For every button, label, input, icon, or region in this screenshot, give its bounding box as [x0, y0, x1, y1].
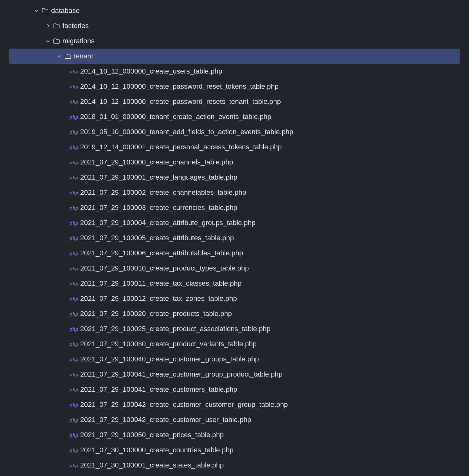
file-item[interactable]: php2021_07_29_100050_create_prices_table…	[9, 427, 460, 443]
file-label: 2014_10_12_100000_create_password_resets…	[80, 98, 281, 106]
php-file-icon: php	[68, 387, 78, 392]
folder-icon	[64, 53, 71, 60]
php-file-icon: php	[68, 205, 78, 211]
file-label: 2021_07_29_100010_create_product_types_t…	[80, 264, 249, 272]
php-file-icon: php	[68, 463, 78, 468]
file-item[interactable]: php2019_12_14_000001_create_personal_acc…	[9, 140, 460, 155]
file-label: 2021_07_29_100020_create_products_table.…	[80, 310, 232, 318]
file-item[interactable]: php2021_07_29_100003_create_currencies_t…	[9, 200, 460, 215]
php-file-icon: php	[68, 326, 78, 332]
php-file-icon: php	[68, 296, 78, 301]
file-label: 2021_07_29_100001_create_languages_table…	[80, 173, 237, 181]
file-label: 2021_07_29_100006_create_attributables_t…	[80, 249, 243, 257]
file-label: 2021_07_29_100041_create_customer_group_…	[80, 370, 282, 378]
php-file-icon: php	[68, 281, 78, 286]
file-item[interactable]: php2021_07_29_100030_create_product_vari…	[9, 336, 460, 352]
chevron-down-icon	[56, 54, 62, 58]
file-label: 2021_07_29_100042_create_customer_user_t…	[80, 416, 251, 424]
folder-icon	[42, 7, 49, 14]
php-file-icon: php	[68, 432, 78, 438]
file-label: 2021_07_29_100025_create_product_associa…	[80, 325, 270, 333]
file-label: 2021_07_30_100001_create_states_table.ph…	[80, 461, 224, 469]
file-item[interactable]: php2019_05_10_000000_tenant_add_fields_t…	[9, 124, 460, 140]
php-file-icon: php	[68, 99, 78, 104]
file-item[interactable]: php2021_07_30_100001_create_states_table…	[9, 458, 460, 473]
chevron-down-icon	[33, 9, 40, 13]
file-label: 2021_07_29_100005_create_attributes_tabl…	[80, 234, 234, 242]
file-item[interactable]: php2021_07_29_100004_create_attribute_gr…	[9, 215, 460, 230]
file-item[interactable]: php2021_07_29_100010_create_product_type…	[9, 261, 460, 276]
file-label: 2021_07_29_100040_create_customer_groups…	[80, 355, 259, 363]
php-file-icon: php	[68, 448, 78, 453]
php-file-icon: php	[68, 372, 78, 377]
php-file-icon: php	[68, 84, 78, 89]
folder-label: migrations	[62, 37, 94, 45]
file-label: 2021_07_29_100012_create_tax_zones_table…	[80, 295, 237, 303]
file-label: 2021_07_29_100002_create_channelables_ta…	[80, 188, 246, 197]
php-file-icon: php	[68, 417, 78, 423]
folder-label: database	[51, 7, 80, 15]
file-item[interactable]: php2021_07_29_100042_create_customer_use…	[9, 412, 460, 427]
file-item[interactable]: php2021_07_29_100005_create_attributes_t…	[9, 230, 460, 246]
file-item[interactable]: php2014_10_12_000000_create_users_table.…	[9, 64, 460, 79]
file-item[interactable]: php2021_07_29_100040_create_customer_gro…	[9, 352, 460, 367]
file-item[interactable]: php2014_10_12_100000_create_password_res…	[9, 94, 460, 109]
file-label: 2021_07_29_100003_create_currencies_tabl…	[80, 204, 237, 212]
folder-tenant[interactable]: tenant	[9, 49, 460, 64]
file-item[interactable]: php2021_07_29_100020_create_products_tab…	[9, 306, 460, 321]
chevron-down-icon	[45, 39, 51, 43]
file-item[interactable]: php2021_07_29_100000_create_channels_tab…	[9, 155, 460, 170]
php-file-icon: php	[68, 190, 78, 195]
folder-migrations[interactable]: migrations	[9, 33, 460, 49]
php-file-icon: php	[68, 114, 78, 120]
file-label: 2021_07_29_100004_create_attribute_group…	[80, 219, 255, 227]
file-item[interactable]: php2021_07_29_100042_create_customer_cus…	[9, 397, 460, 412]
file-item[interactable]: php2021_07_30_100000_create_countries_ta…	[9, 443, 460, 458]
file-item[interactable]: php2021_07_29_100041_create_customers_ta…	[9, 382, 460, 397]
folder-icon	[53, 38, 60, 45]
php-file-icon: php	[68, 69, 78, 74]
file-label: 2019_12_14_000001_create_personal_access…	[80, 143, 282, 151]
chevron-right-icon	[45, 24, 51, 28]
php-file-icon: php	[68, 357, 78, 362]
php-file-icon: php	[68, 129, 78, 135]
php-file-icon: php	[68, 220, 78, 226]
file-label: 2021_07_29_100030_create_product_variant…	[80, 340, 257, 348]
file-item[interactable]: php2021_07_29_100002_create_channelables…	[9, 185, 460, 200]
file-label: 2014_10_12_000000_create_users_table.php	[80, 67, 222, 75]
tenant-files-list: php2014_10_12_000000_create_users_table.…	[0, 64, 469, 473]
folder-factories[interactable]: factories	[9, 18, 460, 33]
file-label: 2021_07_29_100011_create_tax_classes_tab…	[80, 279, 241, 288]
folder-label: factories	[62, 22, 89, 30]
file-label: 2021_07_29_100041_create_customers_table…	[80, 385, 237, 394]
file-label: 2018_01_01_000000_tenant_create_action_e…	[80, 113, 271, 121]
php-file-icon: php	[68, 145, 78, 150]
php-file-icon: php	[68, 160, 78, 165]
file-label: 2014_10_12_100000_create_password_reset_…	[80, 82, 279, 91]
file-item[interactable]: php2021_07_29_100006_create_attributable…	[9, 246, 460, 261]
file-item[interactable]: php2014_10_12_100000_create_password_res…	[9, 79, 460, 94]
file-item[interactable]: php2021_07_29_100011_create_tax_classes_…	[9, 276, 460, 291]
file-label: 2021_07_29_100000_create_channels_table.…	[80, 158, 233, 166]
php-file-icon: php	[68, 311, 78, 317]
file-tree: database factories migrations tenant	[0, 3, 469, 473]
php-file-icon: php	[68, 342, 78, 347]
file-item[interactable]: php2021_07_29_100001_create_languages_ta…	[9, 170, 460, 185]
file-item[interactable]: php2021_07_29_100012_create_tax_zones_ta…	[9, 291, 460, 306]
folder-icon	[53, 22, 60, 29]
file-label: 2019_05_10_000000_tenant_add_fields_to_a…	[80, 128, 293, 136]
php-file-icon: php	[68, 251, 78, 256]
file-item[interactable]: php2021_07_29_100041_create_customer_gro…	[9, 367, 460, 382]
file-item[interactable]: php2018_01_01_000000_tenant_create_actio…	[9, 109, 460, 124]
php-file-icon: php	[68, 402, 78, 408]
folder-label: tenant	[74, 52, 93, 60]
folder-database[interactable]: database	[9, 3, 460, 18]
file-item[interactable]: php2021_07_29_100025_create_product_asso…	[9, 321, 460, 336]
php-file-icon: php	[68, 235, 78, 241]
file-label: 2021_07_29_100050_create_prices_table.ph…	[80, 431, 224, 439]
file-label: 2021_07_30_100000_create_countries_table…	[80, 446, 234, 454]
php-file-icon: php	[68, 175, 78, 180]
php-file-icon: php	[68, 266, 78, 271]
file-label: 2021_07_29_100042_create_customer_custom…	[80, 401, 288, 409]
